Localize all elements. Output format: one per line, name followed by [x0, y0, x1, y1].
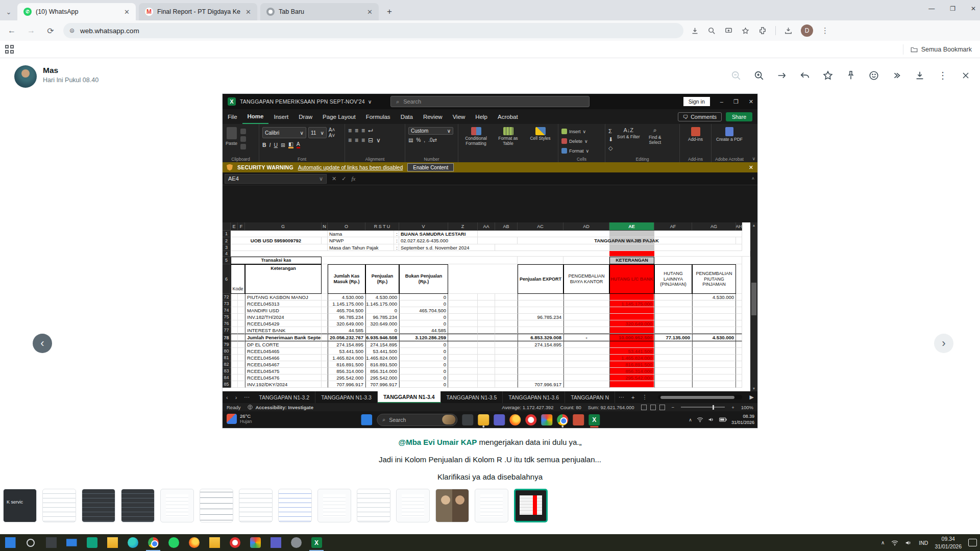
media-thumbnail-2[interactable] [42, 489, 76, 522]
page-break-view-icon [659, 405, 665, 410]
mention-link[interactable]: @Mba Evi Umair KAP [399, 438, 477, 446]
media-thumbnail-10[interactable] [357, 489, 390, 522]
taskbar-start-icon[interactable] [0, 534, 20, 551]
zoom-in-icon[interactable] [753, 69, 765, 82]
tab-baru[interactable]: Tab Baru ✕ [260, 3, 379, 20]
pin-icon[interactable] [845, 69, 857, 82]
menu-icon[interactable]: ⋮ [937, 69, 949, 82]
window-close-button[interactable]: ✕ [971, 5, 976, 12]
taskbar-whatsapp-icon[interactable] [163, 534, 184, 551]
reload-button[interactable]: ⟳ [43, 23, 58, 38]
window-minimize-button[interactable]: — [928, 5, 935, 12]
cell-P-76: 320.649.000 [365, 320, 399, 327]
autosum-icon: Σ [608, 128, 613, 134]
avatar[interactable] [14, 65, 37, 88]
address-bar[interactable]: ⊜ web.whatsapp.com [63, 23, 683, 38]
wifi-icon[interactable] [891, 540, 898, 546]
star-icon[interactable] [822, 69, 834, 82]
tab-whatsapp[interactable]: ✆ (10) WhatsApp ✕ [17, 3, 136, 20]
close-icon[interactable] [960, 69, 972, 82]
media-thumbnail-5[interactable] [160, 489, 194, 522]
cell-P-82: 816.891.500 [365, 361, 399, 368]
taskbar-firefox-icon[interactable] [184, 534, 204, 551]
bookmarks-bar: Semua Bookmark [0, 41, 980, 58]
cell [736, 334, 742, 341]
reply-icon[interactable] [799, 69, 811, 82]
cell [518, 257, 564, 264]
excel-screenshot-image[interactable]: X TANGGAPAN PEMERIKSAAN PPN SEPT-NOV'24 … [223, 94, 757, 428]
install-icon[interactable] [724, 27, 733, 35]
download-page-icon[interactable] [691, 27, 699, 35]
taskbar-task-view-icon[interactable] [41, 534, 61, 551]
bookmark-star-icon[interactable] [741, 27, 750, 35]
taskbar-file-explorer-icon[interactable] [102, 534, 122, 551]
media-thumbnail-4[interactable] [121, 489, 155, 522]
taskbar-photos-icon[interactable] [245, 534, 265, 551]
emoji-icon[interactable] [868, 69, 880, 82]
new-tab-button[interactable]: + [383, 5, 396, 18]
forward-icon[interactable] [891, 69, 903, 82]
taskbar-excel-icon[interactable]: X [306, 534, 327, 551]
media-thumbnail-9[interactable] [317, 489, 351, 522]
profile-avatar[interactable]: D [801, 24, 813, 37]
enable-content-button: Enable Content [407, 163, 454, 171]
taskbar-chrome-icon[interactable] [143, 534, 163, 551]
all-bookmarks-button[interactable]: Semua Bookmark [903, 44, 972, 55]
accessibility-status: Accessibility: Investigate [255, 405, 313, 410]
forward-button[interactable]: → [23, 23, 39, 38]
taskbar-settings-icon[interactable] [286, 534, 306, 551]
zoom-icon[interactable] [707, 27, 716, 35]
media-thumbnail-7[interactable] [239, 489, 273, 522]
clock[interactable]: 09.34 31/01/2026 [935, 535, 962, 549]
tab-final-report[interactable]: M Final Report - PT Digdaya Kenca ✕ [139, 3, 257, 20]
taskbar-folder-icon[interactable] [204, 534, 225, 551]
taskbar-opera-icon[interactable] [225, 534, 245, 551]
media-thumbnail-14[interactable] [514, 489, 548, 522]
zoom-out-icon[interactable] [730, 69, 742, 82]
site-settings-icon[interactable]: ⊜ [69, 27, 75, 34]
next-media-button[interactable]: › [934, 334, 953, 353]
cell [448, 348, 478, 355]
cell-AG-73 [692, 300, 736, 307]
taskbar-teams-icon[interactable] [265, 534, 286, 551]
cell-masa-label: Masa dan Tahun Pajak [328, 244, 394, 251]
row-header-79: 79 [223, 341, 231, 348]
cell-V-85: 0 [399, 381, 448, 388]
cell [495, 381, 518, 388]
download-icon[interactable] [914, 69, 926, 82]
media-thumbnail-13[interactable] [475, 489, 508, 522]
window-maximize-button[interactable]: ❐ [950, 5, 955, 12]
extensions-icon[interactable] [758, 26, 767, 35]
taskbar-mail-icon[interactable] [61, 534, 82, 551]
media-thumbnail-6[interactable] [200, 489, 233, 522]
arrow-right-icon[interactable] [776, 69, 788, 82]
close-tab-icon[interactable]: ✕ [366, 8, 374, 16]
back-button[interactable]: ← [4, 23, 19, 38]
cell [238, 314, 245, 320]
media-thumbnail-8[interactable] [278, 489, 312, 522]
volume-icon[interactable] [905, 540, 912, 546]
browser-menu-icon[interactable]: ⋮ [821, 26, 829, 35]
taskbar-store-icon[interactable] [82, 534, 102, 551]
cell [448, 381, 478, 388]
collapse-ribbon-icon: ∨ [752, 156, 755, 161]
media-thumbnail-11[interactable] [396, 489, 430, 522]
previous-media-button[interactable]: ‹ [33, 334, 52, 353]
tab-search-chevron-icon[interactable]: ⌄ [0, 3, 17, 20]
cell [238, 361, 245, 368]
cell-O-85: 707.996.917 [328, 381, 365, 388]
notification-center-icon[interactable] [968, 539, 977, 546]
downloads-tray-icon[interactable] [784, 27, 793, 35]
cell-AE-85 [609, 381, 654, 388]
close-tab-icon[interactable]: ✕ [123, 8, 131, 16]
apps-grid-icon[interactable] [5, 45, 14, 54]
close-tab-icon[interactable]: ✕ [244, 8, 252, 16]
media-thumbnail-3[interactable] [82, 489, 115, 522]
media-thumbnail-12[interactable] [435, 489, 469, 522]
cell-AF-83 [654, 368, 692, 374]
tray-chevron-icon[interactable]: ∧ [881, 540, 885, 545]
taskbar-edge-icon[interactable] [122, 534, 143, 551]
taskbar-search-icon[interactable] [20, 534, 41, 551]
media-thumbnail-1[interactable]: K servic [3, 489, 37, 522]
language-indicator[interactable]: IND [919, 540, 928, 546]
